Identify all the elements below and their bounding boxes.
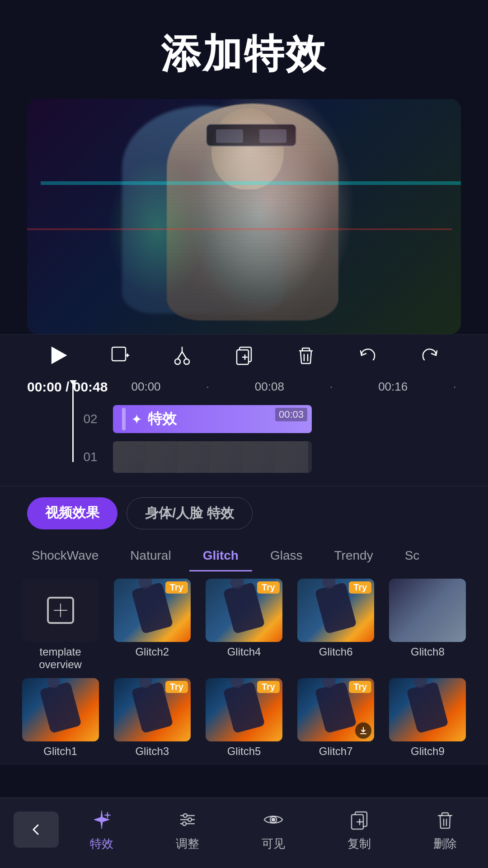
- sub-tabs: ShockWave Natural Glitch Glass Trendy Sc: [0, 537, 488, 571]
- playhead: [72, 381, 74, 462]
- nav-label-effects: 特效: [90, 836, 113, 852]
- effect-item-glitch6[interactable]: Try Glitch6: [294, 579, 378, 671]
- redo-button[interactable]: [399, 344, 461, 366]
- time-marker-2: 00:16: [338, 380, 449, 394]
- nav-label-adjust: 调整: [176, 836, 199, 852]
- video-thumb-4: [211, 441, 243, 473]
- snowboarder-body: [407, 682, 449, 734]
- try-badge-glitch6: Try: [349, 581, 371, 594]
- effect-thumb-glitch3: Try: [114, 678, 191, 741]
- undo-button[interactable]: [337, 344, 399, 366]
- download-badge-glitch7: [355, 722, 371, 739]
- nav-label-duplicate: 复制: [347, 836, 371, 852]
- effect-thumb-glitch8: [389, 579, 466, 642]
- video-thumb-3: [178, 441, 211, 473]
- effect-name-glitch6: Glitch6: [319, 646, 353, 658]
- effect-thumb-glitch7: Try: [297, 678, 374, 741]
- effects-grid: template overview Try Glitch2 Try Glitch…: [0, 571, 488, 765]
- svg-marker-0: [51, 347, 67, 364]
- glitch-figure: [27, 99, 461, 334]
- video-track[interactable]: [113, 441, 312, 473]
- effect-thumb-glitch2: Try: [114, 579, 191, 642]
- sliders-nav-icon: [175, 807, 200, 832]
- effect-thumb-glitch4: Try: [206, 579, 282, 642]
- sub-tab-glitch[interactable]: Glitch: [189, 541, 252, 571]
- effect-name-glitch3: Glitch3: [135, 745, 169, 758]
- svg-point-20: [188, 818, 192, 821]
- try-badge-glitch4: Try: [257, 581, 280, 594]
- tab-section: 视频效果 身体/人脸 特效: [0, 486, 488, 537]
- nav-item-delete[interactable]: 删除: [432, 807, 458, 852]
- tab-video-effects[interactable]: 视频效果: [27, 497, 117, 529]
- effect-item-glitch2[interactable]: Try Glitch2: [110, 579, 194, 671]
- effect-track-label: 特效: [148, 409, 177, 429]
- nav-label-delete: 删除: [433, 836, 457, 852]
- effect-item-glitch1[interactable]: Glitch1: [18, 678, 103, 758]
- timeline-section: 00:00 / 00:48 00:00 · 00:08 · 00:16 · 02…: [0, 376, 488, 486]
- effect-thumb-glitch5: Try: [206, 678, 282, 741]
- nav-label-visible: 可见: [262, 836, 285, 852]
- svg-line-7: [178, 352, 182, 359]
- effect-item-glitch9[interactable]: Glitch9: [385, 678, 470, 758]
- try-badge-glitch2: Try: [165, 581, 188, 594]
- video-thumb-5: [243, 441, 276, 473]
- sparkle-icon: ✦: [131, 411, 142, 427]
- time-marker-1: 00:08: [214, 380, 325, 394]
- sub-tab-sc[interactable]: Sc: [391, 541, 433, 571]
- play-button[interactable]: [27, 344, 89, 367]
- effect-name-glitch1: Glitch1: [43, 745, 77, 758]
- snowboarder-body: [39, 682, 81, 734]
- sub-tab-shockwave[interactable]: ShockWave: [18, 541, 112, 571]
- toolbar: [0, 334, 488, 376]
- nav-back-button[interactable]: [14, 811, 59, 848]
- main-tabs: 视频效果 身体/人脸 特效: [27, 497, 461, 529]
- time-current: 00:00 / 00:48: [27, 379, 108, 395]
- overview-icon: [47, 597, 74, 624]
- effect-item-glitch4[interactable]: Try Glitch4: [202, 579, 286, 671]
- effect-item-glitch3[interactable]: Try Glitch3: [110, 678, 194, 758]
- svg-point-19: [183, 814, 187, 817]
- trash-nav-icon: [432, 807, 458, 832]
- effect-item-template-overview[interactable]: template overview: [18, 579, 103, 671]
- svg-line-8: [182, 352, 187, 359]
- svg-point-23: [272, 818, 275, 821]
- try-badge-glitch3: Try: [165, 681, 188, 693]
- nav-item-effects[interactable]: 特效: [89, 807, 114, 852]
- nav-item-visible[interactable]: 可见: [261, 807, 286, 852]
- effect-item-glitch8[interactable]: Glitch8: [385, 579, 470, 671]
- svg-point-5: [175, 359, 180, 364]
- cut-button[interactable]: [151, 344, 213, 366]
- select-add-button[interactable]: [89, 344, 151, 366]
- video-thumb-2: [145, 441, 178, 473]
- effect-name-glitch4: Glitch4: [227, 646, 261, 658]
- page-title: 添加特效: [0, 27, 488, 81]
- video-thumb-1: [113, 441, 145, 473]
- glitch-bars: [27, 99, 461, 334]
- effect-thumb-glitch6: Try: [297, 579, 374, 642]
- effect-item-glitch5[interactable]: Try Glitch5: [202, 678, 286, 758]
- nav-item-adjust[interactable]: 调整: [175, 807, 200, 852]
- effect-track[interactable]: ✦ 特效 00:03: [113, 405, 312, 433]
- svg-point-6: [184, 359, 189, 364]
- video-preview: [27, 99, 461, 334]
- nav-item-duplicate[interactable]: 复制: [347, 807, 372, 852]
- effect-name-glitch5: Glitch5: [227, 745, 261, 758]
- copy-button[interactable]: [213, 344, 275, 366]
- svg-point-21: [183, 822, 186, 826]
- delete-toolbar-button[interactable]: [275, 344, 337, 366]
- tab-body-face[interactable]: 身体/人脸 特效: [127, 497, 253, 529]
- effect-track-time: 00:03: [275, 408, 307, 421]
- svg-rect-1: [112, 347, 126, 361]
- effect-thumb-template-overview: [22, 579, 99, 642]
- video-thumb-6: [276, 441, 308, 473]
- sub-tab-glass[interactable]: Glass: [257, 541, 316, 571]
- eye-nav-icon: [261, 807, 286, 832]
- copy-add-nav-icon: [347, 807, 372, 832]
- effect-track-handle: [122, 408, 126, 430]
- track-row-01: 01: [72, 439, 488, 475]
- timeline-tracks: 02 ✦ 特效 00:03 01: [0, 401, 488, 475]
- effect-name-glitch7: Glitch7: [319, 745, 353, 758]
- sub-tab-natural[interactable]: Natural: [117, 541, 184, 571]
- effect-item-glitch7[interactable]: Try Glitch7: [294, 678, 378, 758]
- sub-tab-trendy[interactable]: Trendy: [321, 541, 387, 571]
